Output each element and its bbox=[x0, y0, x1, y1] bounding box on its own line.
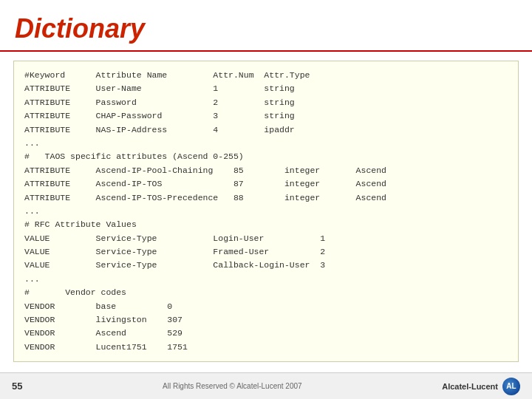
page-number: 55 bbox=[12, 381, 22, 392]
code-line: ... bbox=[24, 137, 508, 150]
code-line: VENDOR base 0 bbox=[24, 300, 508, 313]
page-title: Dictionary bbox=[15, 13, 145, 44]
code-line: ATTRIBUTE NAS-IP-Address 4 ipaddr bbox=[24, 123, 508, 137]
code-block: #Keyword Attribute Name Attr.Num Attr.Ty… bbox=[13, 61, 519, 362]
code-line: VALUE Service-Type Framed-User 2 bbox=[24, 245, 508, 259]
logo-area: Alcatel-Lucent AL bbox=[442, 378, 520, 395]
code-line: ATTRIBUTE User-Name 1 string bbox=[24, 82, 508, 95]
code-line: VENDOR Lucent1751 1751 bbox=[24, 341, 508, 354]
code-line: ... bbox=[24, 273, 508, 286]
code-line: VENDOR Ascend 529 bbox=[24, 327, 508, 340]
code-line: ATTRIBUTE Ascend-IP-TOS 87 integer Ascen… bbox=[24, 177, 508, 191]
code-line: ATTRIBUTE Ascend-IP-Pool-Chaining 85 int… bbox=[24, 164, 508, 177]
page-header: Dictionary bbox=[0, 0, 532, 52]
code-line: VALUE Service-Type Login-User 1 bbox=[24, 232, 508, 245]
code-line: VALUE Service-Type Callback-Login-User 3 bbox=[24, 259, 508, 272]
copyright-text: All Rights Reserved © Alcatel-Lucent 200… bbox=[163, 382, 302, 390]
code-line: # Vendor codes bbox=[24, 286, 508, 299]
code-line: VENDOR livingston 307 bbox=[24, 313, 508, 327]
code-line: ATTRIBUTE CHAP-Password 3 string bbox=[24, 109, 508, 123]
code-line: # TAOS specific attributes (Ascend 0-255… bbox=[24, 150, 508, 163]
code-line: #Keyword Attribute Name Attr.Num Attr.Ty… bbox=[24, 69, 508, 82]
code-line: # RFC Attribute Values bbox=[24, 218, 508, 231]
code-line: ATTRIBUTE Ascend-IP-TOS-Precedence 88 in… bbox=[24, 191, 508, 205]
logo-label: Alcatel-Lucent bbox=[442, 382, 498, 391]
code-line: ATTRIBUTE Password 2 string bbox=[24, 96, 508, 109]
alcatel-lucent-icon: AL bbox=[502, 378, 520, 395]
code-line: ... bbox=[24, 205, 508, 218]
page-footer: 55 All Rights Reserved © Alcatel-Lucent … bbox=[0, 372, 532, 399]
